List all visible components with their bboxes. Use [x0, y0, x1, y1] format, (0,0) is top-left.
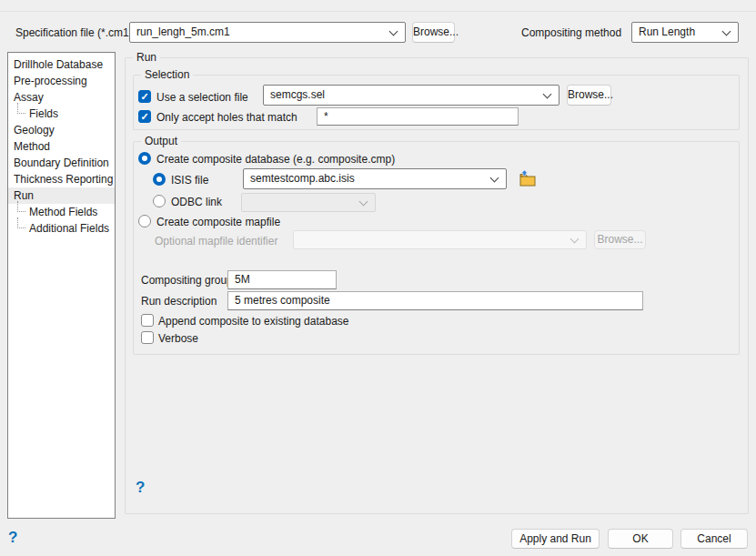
sidebar-item-drillhole-database[interactable]: Drillhole Database	[8, 56, 115, 73]
verbose-label: Verbose	[158, 332, 198, 345]
odbc-link-combobox	[241, 193, 376, 212]
optional-mapfile-combobox	[293, 230, 587, 249]
cancel-button[interactable]: Cancel	[680, 529, 748, 549]
chevron-down-icon	[570, 234, 580, 243]
sidebar-item-thickness-reporting[interactable]: Thickness Reporting	[8, 171, 115, 187]
sidebar-item-label: Run	[14, 189, 34, 202]
chevron-down-icon	[490, 173, 499, 182]
open-folder-button[interactable]	[517, 169, 539, 189]
use-selection-file-checkbox[interactable]: ✓	[138, 90, 151, 103]
spec-browse-button[interactable]: Browse...	[412, 22, 455, 43]
selection-group-title: Selection	[141, 68, 193, 81]
dialog-help-icon[interactable]: ?	[8, 530, 17, 546]
top-divider	[0, 11, 756, 12]
isis-file-combobox[interactable]: semtestcomp.abc.isis	[243, 168, 507, 189]
sidebar-item-label: Method Fields	[29, 206, 97, 218]
sidebar-item-label: Geology	[14, 124, 55, 136]
chevron-down-icon	[359, 197, 368, 206]
compositing-method-label: Compositing method	[521, 26, 621, 39]
sidebar-item-label: Pre-processing	[14, 75, 87, 87]
compositing-group-label: Compositing group	[141, 274, 233, 287]
odbc-link-radio[interactable]	[153, 195, 166, 207]
specification-file-combobox[interactable]: run_lengh_5m.cm1	[129, 22, 406, 43]
tree-branch-icon	[17, 201, 25, 212]
only-accept-holes-label: Only accept holes that match	[156, 111, 297, 124]
apply-and-run-button[interactable]: Apply and Run	[511, 529, 600, 549]
ok-button[interactable]: OK	[608, 529, 673, 549]
create-composite-database-label: Create composite database (e.g. composit…	[156, 153, 395, 166]
compositing-method-combobox[interactable]: Run Length	[631, 22, 739, 43]
sidebar-item-label: Assay	[14, 91, 44, 104]
create-composite-mapfile-label: Create composite mapfile	[156, 216, 280, 228]
chevron-down-icon	[543, 89, 552, 98]
output-group-title: Output	[141, 135, 181, 147]
isis-file-label: ISIS file	[171, 174, 208, 187]
sidebar-item-additional-fields[interactable]: Additional Fields	[8, 220, 115, 237]
append-composite-label: Append composite to existing database	[158, 315, 348, 328]
sidebar-item-pre-processing[interactable]: Pre-processing	[8, 73, 115, 89]
use-selection-file-label: Use a selection file	[156, 91, 248, 104]
match-pattern-input[interactable]: *	[317, 107, 519, 126]
compositing-method-value: Run Length	[639, 25, 695, 38]
sidebar-item-label: Fields	[29, 107, 58, 120]
tree-branch-icon	[17, 103, 25, 114]
mapfile-browse-button: Browse...	[594, 230, 646, 249]
check-icon: ✓	[140, 91, 148, 102]
sidebar-item-method[interactable]: Method	[8, 138, 115, 155]
panel-help-icon[interactable]: ?	[136, 480, 145, 496]
sidebar-item-label: Method	[14, 140, 50, 153]
isis-file-radio[interactable]	[153, 173, 166, 186]
run-description-input[interactable]: 5 metres composite	[227, 291, 643, 310]
chevron-down-icon	[722, 26, 731, 35]
run-description-label: Run description	[141, 295, 217, 308]
sidebar-item-label: Thickness Reporting	[14, 173, 113, 186]
selection-file-value: semcgs.sel	[270, 88, 325, 101]
sidebar-item-label: Boundary Definition	[14, 157, 109, 169]
sidebar-item-geology[interactable]: Geology	[8, 122, 115, 138]
verbose-checkbox[interactable]	[141, 331, 154, 344]
sidebar-item-label: Additional Fields	[29, 222, 109, 235]
selection-browse-button[interactable]: Browse...	[567, 85, 611, 106]
open-folder-icon	[517, 169, 539, 189]
sidebar-item-boundary-definition[interactable]: Boundary Definition	[8, 155, 115, 171]
check-icon: ✓	[140, 111, 148, 122]
chevron-down-icon	[389, 26, 398, 35]
sidebar-item-label: Drillhole Database	[14, 58, 103, 71]
run-group-title: Run	[133, 51, 160, 64]
append-composite-checkbox[interactable]	[141, 314, 154, 327]
only-accept-holes-checkbox[interactable]: ✓	[138, 110, 151, 123]
create-composite-database-radio[interactable]	[138, 152, 151, 165]
create-composite-mapfile-radio[interactable]	[138, 215, 151, 227]
specification-file-label: Specification file (*.cm1)	[15, 26, 133, 39]
tree-branch-icon	[17, 217, 25, 228]
specification-file-value: run_lengh_5m.cm1	[136, 25, 230, 38]
compositing-group-input[interactable]: 5M	[227, 270, 337, 289]
selection-file-combobox[interactable]: semcgs.sel	[263, 85, 559, 106]
sidebar-item-assay-fields[interactable]: Fields	[8, 106, 115, 122]
settings-tree-panel: Drillhole Database Pre-processing Assay …	[7, 52, 116, 519]
odbc-link-label: ODBC link	[171, 196, 222, 208]
optional-mapfile-identifier-label: Optional mapfile identifier	[155, 235, 277, 248]
isis-file-value: semtestcomp.abc.isis	[250, 172, 355, 185]
